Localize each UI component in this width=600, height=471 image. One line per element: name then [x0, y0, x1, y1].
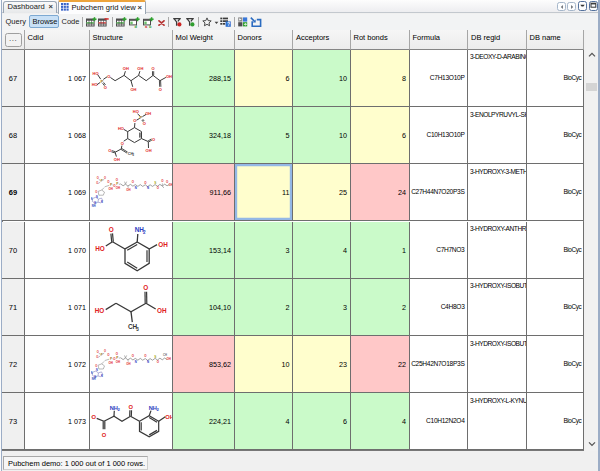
svg-text:OH: OH — [126, 188, 130, 192]
svg-text:O: O — [133, 118, 136, 123]
svg-text:N: N — [100, 374, 102, 378]
svg-text:O: O — [108, 148, 111, 153]
svg-text:HO: HO — [95, 245, 105, 252]
svg-text:O: O — [144, 181, 147, 185]
svg-text:O: O — [151, 137, 154, 142]
svg-text:OH: OH — [130, 87, 136, 92]
svg-text:OH: OH — [165, 74, 171, 79]
svg-text:OH: OH — [113, 157, 119, 162]
svg-text:O: O — [120, 141, 123, 146]
svg-text:P: P — [100, 179, 102, 183]
svg-text:O: O — [161, 179, 164, 183]
svg-text:HO: HO — [118, 126, 124, 131]
svg-text:O: O — [101, 432, 106, 438]
svg-text:O: O — [143, 284, 148, 291]
svg-text:N: N — [134, 186, 136, 190]
svg-text:O: O — [95, 191, 97, 195]
svg-text:O: O — [128, 404, 133, 410]
svg-text:HO: HO — [132, 109, 138, 114]
svg-text:O: O — [131, 354, 134, 358]
svg-text:3: 3 — [136, 327, 139, 332]
svg-text:N: N — [100, 200, 102, 204]
svg-text:?: ? — [226, 21, 229, 27]
svg-text:O: O — [104, 176, 106, 180]
svg-text:N: N — [134, 360, 136, 364]
svg-text:CH: CH — [162, 353, 166, 357]
svg-text:2: 2 — [143, 229, 146, 234]
svg-text:O: O — [156, 360, 159, 364]
svg-text:OH: OH — [158, 240, 168, 247]
svg-text:OH: OH — [108, 361, 112, 365]
svg-text:OH: OH — [168, 184, 172, 188]
svg-text:O: O — [96, 350, 98, 354]
svg-text:O: O — [107, 74, 110, 79]
svg-text:N: N — [95, 368, 97, 372]
svg-text:O: O — [103, 85, 106, 90]
svg-text:S: S — [154, 355, 156, 359]
svg-text:O: O — [104, 349, 106, 353]
svg-text:P: P — [100, 353, 102, 357]
svg-text:O: O — [158, 87, 161, 92]
svg-text:OH: OH — [165, 414, 172, 420]
svg-text:N: N — [91, 371, 93, 375]
svg-text:O: O — [96, 355, 98, 359]
svg-text:OH: OH — [145, 148, 151, 153]
svg-text:NH: NH — [91, 377, 95, 381]
svg-text:OH: OH — [145, 111, 151, 116]
svg-text:N: N — [147, 360, 149, 364]
svg-text:2: 2 — [132, 153, 134, 157]
svg-text:OH: OH — [108, 187, 112, 191]
svg-text:N: N — [147, 186, 149, 190]
svg-text:OH: OH — [137, 66, 143, 71]
svg-text:OH: OH — [115, 360, 119, 364]
svg-text:O: O — [96, 176, 98, 180]
svg-text:O: O — [96, 182, 98, 186]
svg-text:O: O — [131, 180, 134, 184]
svg-text:OH: OH — [157, 307, 167, 314]
svg-text:O: O — [151, 66, 154, 71]
svg-text:S: S — [154, 181, 156, 185]
svg-text:OH: OH — [115, 186, 119, 190]
svg-text:2: 2 — [156, 408, 159, 413]
svg-text:OH: OH — [126, 362, 130, 366]
svg-text:N: N — [91, 197, 93, 201]
svg-text:HO: HO — [94, 307, 104, 314]
svg-text:NH: NH — [91, 204, 95, 208]
svg-text:O: O — [108, 226, 113, 233]
svg-text:O: O — [91, 414, 96, 420]
svg-text:HO: HO — [91, 82, 97, 87]
svg-text:O: O — [144, 354, 147, 358]
svg-text:b: b — [149, 24, 152, 28]
svg-text:OH: OH — [166, 357, 170, 361]
svg-text:O: O — [95, 364, 97, 368]
svg-text:OH: OH — [122, 66, 128, 71]
svg-text:HO: HO — [92, 71, 98, 76]
svg-text:2: 2 — [117, 408, 120, 413]
svg-text:O: O — [156, 186, 159, 190]
svg-text:N: N — [95, 195, 97, 199]
